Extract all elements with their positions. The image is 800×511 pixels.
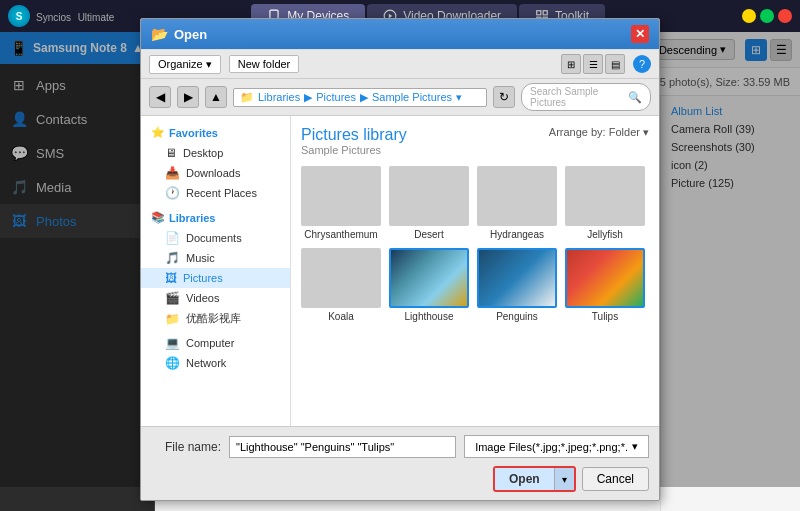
path-refresh-button[interactable]: ↻ xyxy=(493,86,515,108)
svg-rect-5 xyxy=(543,11,547,15)
filetype-dropdown[interactable]: Image Files(*.jpg;*.jpeg;*.png;*. ▾ xyxy=(464,435,649,458)
path-sample: Sample Pictures xyxy=(372,91,452,103)
path-pictures: Pictures xyxy=(316,91,356,103)
dialog-content: Pictures library Sample Pictures Arrange… xyxy=(291,116,659,426)
maximize-button[interactable] xyxy=(760,9,774,23)
libraries-header: 📚 Libraries xyxy=(141,207,290,228)
dlg-photo-koala[interactable]: Koala xyxy=(301,248,381,322)
photo-image xyxy=(565,248,645,308)
dlg-sidebar-network[interactable]: 🌐 Network xyxy=(141,353,290,373)
computer-icon: 💻 xyxy=(165,336,180,350)
minimize-button[interactable] xyxy=(742,9,756,23)
folder-icon: 🖼 xyxy=(165,271,177,285)
photo-label: Chrysanthemum xyxy=(304,229,377,240)
dialog-titlebar: 📂 Open ✕ xyxy=(141,19,659,49)
dialog-close-button[interactable]: ✕ xyxy=(631,25,649,43)
view-icon-2[interactable]: ☰ xyxy=(583,54,603,74)
organize-button[interactable]: Organize ▾ xyxy=(149,55,221,74)
arrange-label: Arrange by: Folder ▾ xyxy=(549,126,649,139)
photo-image xyxy=(565,166,645,226)
dlg-photo-hydrangeas[interactable]: Hydrangeas xyxy=(477,166,557,240)
dialog-help-button[interactable]: ? xyxy=(633,55,651,73)
folder-icon: 📥 xyxy=(165,166,180,180)
folder-icon: 📄 xyxy=(165,231,180,245)
path-bar[interactable]: 📁 Libraries ▶ Pictures ▶ Sample Pictures… xyxy=(233,88,487,107)
dlg-sidebar-desktop[interactable]: 🖥 Desktop xyxy=(141,143,290,163)
star-icon: ⭐ xyxy=(151,126,165,139)
dialog-sidebar: ⭐ Favorites 🖥 Desktop 📥 Downloads 🕐 Rece… xyxy=(141,116,291,426)
nav-forward-button[interactable]: ▶ xyxy=(177,86,199,108)
path-sep-1: ▶ xyxy=(304,91,312,104)
network-icon: 🌐 xyxy=(165,356,180,370)
dlg-photo-jellyfish[interactable]: Jellyfish xyxy=(565,166,645,240)
dlg-photo-penguins[interactable]: Penguins xyxy=(477,248,557,322)
search-box[interactable]: Search Sample Pictures 🔍 xyxy=(521,83,651,111)
titlebar-controls xyxy=(742,9,792,23)
path-sep-3: ▾ xyxy=(456,91,462,104)
photo-label: Desert xyxy=(414,229,443,240)
open-file-dialog: 📂 Open ✕ Organize ▾ New folder ⊞ ☰ ▤ ? ◀… xyxy=(140,18,660,501)
dlg-sidebar-recent[interactable]: 🕐 Recent Places xyxy=(141,183,290,203)
dialog-buttons: Open ▾ Cancel xyxy=(151,466,649,492)
dlg-sidebar-documents[interactable]: 📄 Documents xyxy=(141,228,290,248)
view-icon-1[interactable]: ⊞ xyxy=(561,54,581,74)
folder-icon: 🖥 xyxy=(165,146,177,160)
photo-label: Hydrangeas xyxy=(490,229,544,240)
dlg-sidebar-downloads[interactable]: 📥 Downloads xyxy=(141,163,290,183)
photo-image xyxy=(301,166,381,226)
dialog-toolbar: ◀ ▶ ▲ 📁 Libraries ▶ Pictures ▶ Sample Pi… xyxy=(141,79,659,116)
view-icons: ⊞ ☰ ▤ xyxy=(561,54,625,74)
computer-section: 💻 Computer 🌐 Network xyxy=(141,333,290,373)
open-button[interactable]: Open xyxy=(495,468,554,490)
folder-icon: 📁 xyxy=(165,312,180,326)
dialog-content-header: Pictures library Sample Pictures Arrange… xyxy=(301,126,649,156)
dialog-title: Open xyxy=(174,27,207,42)
folder-icon: 🎬 xyxy=(165,291,180,305)
open-button-group: Open ▾ xyxy=(493,466,576,492)
nav-up-button[interactable]: ▲ xyxy=(205,86,227,108)
photo-image xyxy=(301,248,381,308)
favorites-section: ⭐ Favorites 🖥 Desktop 📥 Downloads 🕐 Rece… xyxy=(141,122,290,203)
dlg-sidebar-youku[interactable]: 📁 优酷影视库 xyxy=(141,308,290,329)
dialog-footer: File name: "Lighthouse" "Penguins" "Tuli… xyxy=(141,426,659,500)
dlg-photo-lighthouse[interactable]: Lighthouse xyxy=(389,248,469,322)
filename-row: File name: "Lighthouse" "Penguins" "Tuli… xyxy=(151,435,649,458)
app-logo: S xyxy=(8,5,30,27)
dlg-sidebar-music[interactable]: 🎵 Music xyxy=(141,248,290,268)
dialog-photo-grid: Chrysanthemum Desert Hydrangeas Jellyfis… xyxy=(301,166,649,322)
search-placeholder: Search Sample Pictures xyxy=(530,86,624,108)
open-arrow-button[interactable]: ▾ xyxy=(554,468,574,490)
filename-label: File name: xyxy=(151,440,221,454)
photo-image xyxy=(389,248,469,308)
cancel-button[interactable]: Cancel xyxy=(582,467,649,491)
svg-rect-4 xyxy=(537,11,541,15)
filetype-chevron-icon: ▾ xyxy=(632,440,638,453)
favorites-header: ⭐ Favorites xyxy=(141,122,290,143)
nav-back-button[interactable]: ◀ xyxy=(149,86,171,108)
photo-label: Penguins xyxy=(496,311,538,322)
dialog-overlay: 📂 Open ✕ Organize ▾ New folder ⊞ ☰ ▤ ? ◀… xyxy=(0,32,800,487)
photo-label: Lighthouse xyxy=(405,311,454,322)
filename-input[interactable]: "Lighthouse" "Penguins" "Tulips" xyxy=(229,436,456,458)
photo-image xyxy=(477,166,557,226)
new-folder-button[interactable]: New folder xyxy=(229,55,300,73)
folder-icon: 🎵 xyxy=(165,251,180,265)
dialog-organize-bar: Organize ▾ New folder ⊞ ☰ ▤ ? xyxy=(141,49,659,79)
photo-label: Tulips xyxy=(592,311,618,322)
view-icon-3[interactable]: ▤ xyxy=(605,54,625,74)
close-button[interactable] xyxy=(778,9,792,23)
dlg-photo-desert[interactable]: Desert xyxy=(389,166,469,240)
photo-label: Jellyfish xyxy=(587,229,623,240)
folder-icon: 🕐 xyxy=(165,186,180,200)
dlg-photo-chrysanthemum[interactable]: Chrysanthemum xyxy=(301,166,381,240)
titlebar-left: S Syncios Ultimate xyxy=(8,5,114,27)
dlg-photo-tulips[interactable]: Tulips xyxy=(565,248,645,322)
dlg-sidebar-pictures[interactable]: 🖼 Pictures xyxy=(141,268,290,288)
dlg-sidebar-videos[interactable]: 🎬 Videos xyxy=(141,288,290,308)
path-sep-2: ▶ xyxy=(360,91,368,104)
dlg-sidebar-computer[interactable]: 💻 Computer xyxy=(141,333,290,353)
path-segment: 📁 xyxy=(240,91,254,104)
libraries-section: 📚 Libraries 📄 Documents 🎵 Music 🖼 Pictur… xyxy=(141,207,290,329)
library-subtitle: Sample Pictures xyxy=(301,144,407,156)
path-libraries: Libraries xyxy=(258,91,300,103)
